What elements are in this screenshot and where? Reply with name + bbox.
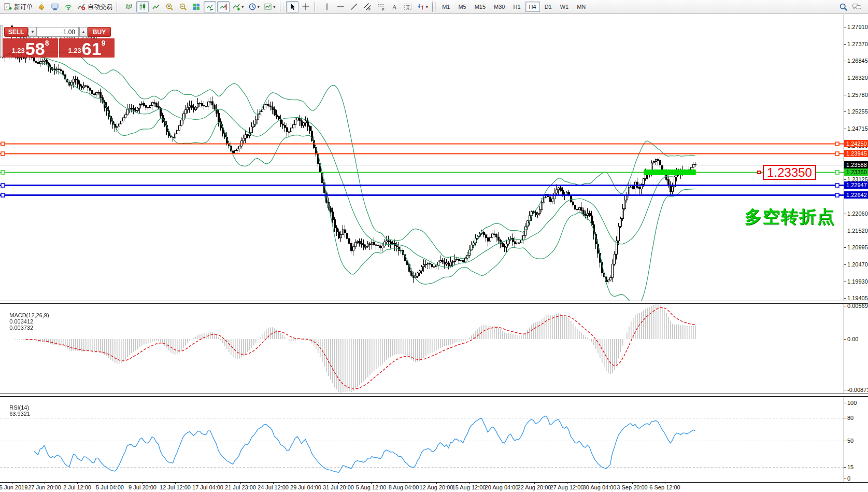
rsi-scale-label: 80 (847, 415, 853, 421)
pane-splitter[interactable] (0, 393, 868, 397)
callout-anchor-handle[interactable] (757, 171, 761, 174)
templates-button[interactable]: ▾ (262, 1, 277, 12)
trendline-tool[interactable] (348, 1, 360, 12)
price-tick-label: 1.22060 (847, 210, 868, 217)
bar-chart-button[interactable] (123, 1, 135, 12)
timeframe-button-h1[interactable]: H1 (510, 2, 524, 12)
main-chart-canvas[interactable] (0, 15, 844, 301)
time-tick-mark (665, 483, 665, 484)
fibonacci-icon: F (377, 3, 385, 11)
buy-price-box[interactable]: 1.23 61 9 (59, 38, 115, 58)
timeframe-button-m5[interactable]: M5 (454, 2, 469, 12)
zoom-in-button[interactable] (163, 1, 176, 12)
chart-shift-icon (219, 3, 227, 11)
line-chart-button[interactable] (150, 1, 162, 12)
time-axis-label: 15 Aug 12:00 (452, 484, 486, 490)
text-a-icon: A (390, 3, 399, 11)
sell-price-small: 1.23 (12, 47, 25, 54)
tile-windows-button[interactable] (190, 1, 203, 12)
dropdown-caret: ▾ (273, 4, 276, 9)
auto-trading-button[interactable]: 自动交易 (76, 1, 114, 12)
macd-indicator-label: MACD(12,26,9) 0.003412 0.003732 (3, 306, 49, 337)
cursor-tool-button[interactable] (286, 1, 298, 12)
candlestick-chart-button[interactable] (136, 1, 149, 12)
macd-value: 0.003412 (9, 318, 33, 325)
timeframe-button-h4[interactable]: H4 (525, 2, 540, 12)
time-tick-mark (273, 483, 274, 484)
time-axis-label: 20 Aug 04:00 (485, 484, 519, 490)
signals-button[interactable] (62, 1, 75, 12)
sell-price-box[interactable]: 1.23 58 8 (3, 38, 58, 58)
sell-button[interactable]: SELL (4, 27, 28, 37)
label-tool[interactable]: T (402, 1, 414, 12)
volume-decrease-button[interactable]: ▼ (29, 27, 37, 37)
mt4-terminal: 新订单 自动交易 (0, 0, 868, 492)
zoom-out-icon (179, 3, 187, 11)
pane-splitter[interactable] (0, 301, 868, 304)
rsi-indicator-label: RSI(14) 63.9321 (3, 398, 30, 423)
market-watch-button[interactable] (49, 1, 61, 12)
price-callout-label[interactable]: 1.23350 (763, 165, 816, 180)
horizontal-line-icon (336, 3, 345, 11)
toolbar-right-group (836, 1, 864, 12)
vertical-line-tool[interactable] (321, 1, 333, 12)
axis-tick-mark (844, 264, 846, 265)
channel-tool[interactable]: E (361, 1, 374, 12)
metaeditor-button[interactable] (35, 1, 48, 12)
arrows-tool[interactable]: ▾ (415, 1, 430, 12)
price-level-badge: 1.24250 (844, 140, 868, 147)
time-axis-label: 6 Sep 12:00 (649, 484, 680, 490)
axis-tick-mark (844, 479, 846, 479)
time-axis-label: 5 Aug 12:00 (356, 484, 387, 490)
time-axis-label: 22 Aug 20:00 (518, 484, 551, 490)
periods-button[interactable]: ▾ (247, 1, 262, 12)
fibonacci-tool[interactable]: F (375, 1, 387, 12)
chat-button[interactable] (850, 1, 863, 12)
search-button[interactable] (837, 1, 849, 12)
time-axis-label: 27 Jun 20:00 (28, 484, 61, 490)
new-order-button[interactable]: 新订单 (2, 1, 34, 12)
dropdown-caret: ▾ (426, 4, 429, 9)
toolbar: 新订单 自动交易 (0, 0, 868, 14)
time-tick-mark (306, 483, 306, 484)
timeframe-button-mn[interactable]: MN (573, 2, 589, 12)
timeframe-button-m30[interactable]: M30 (490, 2, 508, 12)
text-tool[interactable]: A (388, 1, 401, 12)
search-icon (839, 3, 848, 11)
time-axis-label: 12 Jul 12:00 (160, 484, 191, 490)
axis-tick-mark (844, 339, 846, 340)
timeframe-button-m1[interactable]: M1 (438, 2, 453, 12)
timeframe-button-m15[interactable]: M15 (471, 2, 489, 12)
turning-point-annotation[interactable]: 多空转折点 (745, 205, 835, 229)
gold-tool-icon (37, 3, 46, 11)
timeframe-button-w1[interactable]: W1 (557, 2, 573, 12)
indicators-button[interactable]: ▾ (231, 1, 246, 12)
timeframe-button-d1[interactable]: D1 (541, 2, 556, 12)
time-tick-mark (338, 483, 339, 484)
time-axis-label: 24 Jul 12:00 (258, 484, 289, 490)
volume-increase-button[interactable]: ▲ (79, 27, 88, 37)
ohlc-bars-icon (125, 3, 133, 11)
macd-pane-canvas[interactable] (0, 304, 844, 393)
new-order-label: 新订单 (14, 3, 33, 11)
time-axis-label: 2 Jul 12:00 (63, 484, 91, 490)
volume-input[interactable]: 1.00 (37, 27, 79, 37)
rsi-name: RSI(14) (9, 404, 29, 411)
chart-shift-button[interactable] (217, 1, 230, 12)
buy-button[interactable]: BUY (88, 27, 111, 37)
time-tick-mark (143, 483, 143, 484)
time-axis[interactable]: 25 Jun 201927 Jun 20:002 Jul 12:005 Jul … (0, 483, 868, 492)
rsi-pane-canvas[interactable] (0, 397, 844, 482)
price-axis[interactable]: 1.279101.273701.268451.263201.257801.252… (844, 15, 868, 482)
axis-tick-mark (844, 403, 846, 403)
zoom-out-button[interactable] (177, 1, 189, 12)
svg-text:T: T (406, 4, 410, 10)
auto-scroll-button[interactable] (204, 1, 216, 12)
horizontal-line-tool[interactable] (334, 1, 347, 12)
price-tick-label: 1.25255 (847, 108, 868, 115)
time-axis-label: 29 Jul 04:00 (290, 484, 321, 490)
time-axis-label: 25 Jun 2019 (0, 484, 27, 490)
axis-tick-mark (844, 467, 846, 468)
crosshair-tool-button[interactable] (300, 1, 312, 12)
candlestick-icon (138, 3, 147, 11)
